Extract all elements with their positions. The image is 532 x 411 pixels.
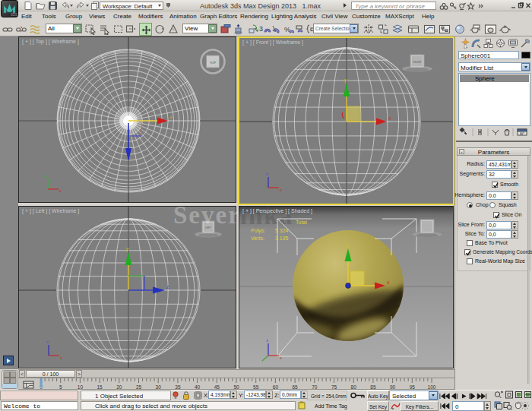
svg-text:80: 80: [351, 384, 357, 390]
svg-text:10: 10: [78, 384, 84, 390]
svg-text:95: 95: [410, 384, 416, 390]
svg-text:x: x: [388, 115, 391, 121]
svg-text:z: z: [266, 172, 268, 176]
svg-text:35: 35: [175, 384, 181, 390]
svg-text:15: 15: [97, 384, 103, 390]
svg-text:y: y: [346, 242, 349, 248]
svg-text:45: 45: [214, 384, 220, 390]
svg-text:75: 75: [331, 384, 337, 390]
svg-text:60: 60: [273, 384, 279, 390]
svg-text:100: 100: [428, 384, 436, 390]
svg-text:3DS: 3DS: [11, 13, 17, 17]
svg-text:50: 50: [233, 384, 239, 390]
svg-text:65: 65: [292, 384, 298, 390]
svg-text:85: 85: [370, 384, 376, 390]
svg-text:x: x: [169, 115, 173, 120]
svg-text:20: 20: [116, 384, 122, 390]
svg-text:z: z: [166, 284, 169, 289]
svg-text:TOP: TOP: [210, 61, 216, 65]
svg-text:y: y: [344, 77, 347, 84]
svg-text:90: 90: [390, 384, 396, 390]
svg-text:FRONT: FRONT: [413, 61, 422, 64]
svg-text:z: z: [46, 340, 49, 344]
svg-text:3: 3: [259, 25, 263, 33]
svg-text:y: y: [46, 173, 48, 178]
svg-text:55: 55: [253, 384, 259, 390]
svg-text:z: z: [266, 338, 268, 343]
svg-text:25: 25: [136, 384, 142, 390]
svg-text:x: x: [280, 356, 282, 360]
svg-text:x: x: [387, 280, 390, 285]
svg-text:x: x: [59, 188, 62, 193]
svg-text:x: x: [60, 356, 62, 360]
svg-text:70: 70: [312, 384, 318, 390]
svg-text:x: x: [280, 188, 282, 192]
svg-text:y: y: [126, 246, 129, 252]
svg-text:40: 40: [195, 384, 201, 390]
svg-text:30: 30: [156, 384, 162, 390]
svg-text:5: 5: [59, 384, 62, 390]
